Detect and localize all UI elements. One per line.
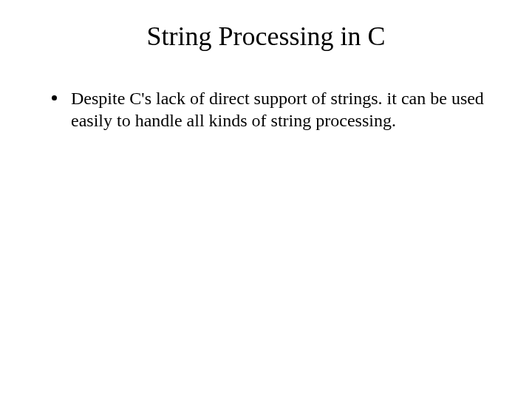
bullet-icon [52,95,57,100]
slide-title: String Processing in C [30,21,502,52]
bullet-list: Despite C's lack of direct support of st… [30,87,502,132]
bullet-text: Despite C's lack of direct support of st… [71,89,484,130]
slide: String Processing in C Despite C's lack … [0,0,532,399]
list-item: Despite C's lack of direct support of st… [52,87,502,132]
